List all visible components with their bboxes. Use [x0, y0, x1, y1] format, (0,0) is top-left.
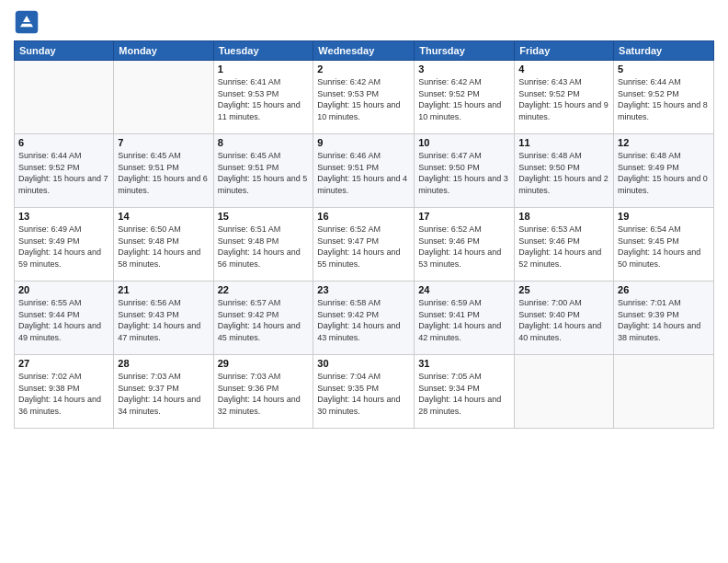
day-info: Sunrise: 6:44 AM Sunset: 9:52 PM Dayligh…	[618, 76, 710, 122]
calendar-cell: 29Sunrise: 7:03 AM Sunset: 9:36 PM Dayli…	[213, 355, 313, 429]
calendar-cell: 13Sunrise: 6:49 AM Sunset: 9:49 PM Dayli…	[15, 208, 114, 282]
day-number: 18	[518, 211, 609, 222]
day-info: Sunrise: 6:55 AM Sunset: 9:44 PM Dayligh…	[18, 297, 109, 343]
day-number: 30	[317, 358, 410, 369]
weekday-header-sunday: Sunday	[15, 41, 114, 61]
weekday-header-tuesday: Tuesday	[213, 41, 313, 61]
weekday-header-saturday: Saturday	[614, 41, 714, 61]
week-row-2: 13Sunrise: 6:49 AM Sunset: 9:49 PM Dayli…	[15, 208, 714, 282]
day-number: 12	[618, 137, 710, 148]
day-number: 10	[418, 137, 510, 148]
day-number: 2	[317, 63, 410, 75]
day-number: 24	[418, 284, 510, 295]
day-info: Sunrise: 7:00 AM Sunset: 9:40 PM Dayligh…	[518, 297, 609, 343]
day-info: Sunrise: 7:04 AM Sunset: 9:35 PM Dayligh…	[317, 371, 410, 417]
calendar-cell: 26Sunrise: 7:01 AM Sunset: 9:39 PM Dayli…	[614, 282, 714, 355]
day-number: 27	[18, 358, 109, 369]
day-info: Sunrise: 6:44 AM Sunset: 9:52 PM Dayligh…	[18, 150, 109, 196]
header	[14, 9, 714, 35]
day-info: Sunrise: 6:51 AM Sunset: 9:48 PM Dayligh…	[218, 224, 310, 270]
calendar-cell: 31Sunrise: 7:05 AM Sunset: 9:34 PM Dayli…	[415, 355, 515, 429]
day-info: Sunrise: 6:42 AM Sunset: 9:52 PM Dayligh…	[418, 76, 510, 122]
weekday-header-thursday: Thursday	[415, 41, 515, 61]
calendar-cell: 30Sunrise: 7:04 AM Sunset: 9:35 PM Dayli…	[313, 355, 415, 429]
day-info: Sunrise: 6:59 AM Sunset: 9:41 PM Dayligh…	[418, 297, 510, 343]
day-number: 13	[18, 211, 109, 222]
day-number: 14	[118, 211, 209, 222]
calendar-cell: 16Sunrise: 6:52 AM Sunset: 9:47 PM Dayli…	[313, 208, 415, 282]
weekday-header-wednesday: Wednesday	[313, 41, 415, 61]
day-number: 5	[618, 63, 710, 75]
day-info: Sunrise: 6:52 AM Sunset: 9:46 PM Dayligh…	[418, 224, 510, 270]
day-info: Sunrise: 6:45 AM Sunset: 9:51 PM Dayligh…	[218, 150, 310, 196]
day-number: 4	[518, 63, 609, 75]
day-info: Sunrise: 6:49 AM Sunset: 9:49 PM Dayligh…	[18, 224, 109, 270]
calendar-cell: 8Sunrise: 6:45 AM Sunset: 9:51 PM Daylig…	[213, 134, 313, 208]
calendar-cell: 1Sunrise: 6:41 AM Sunset: 9:53 PM Daylig…	[213, 61, 313, 134]
calendar-cell: 7Sunrise: 6:45 AM Sunset: 9:51 PM Daylig…	[114, 134, 213, 208]
calendar-cell: 3Sunrise: 6:42 AM Sunset: 9:52 PM Daylig…	[415, 61, 515, 134]
day-info: Sunrise: 6:54 AM Sunset: 9:45 PM Dayligh…	[618, 224, 710, 270]
calendar-cell: 28Sunrise: 7:03 AM Sunset: 9:37 PM Dayli…	[114, 355, 213, 429]
calendar-cell: 19Sunrise: 6:54 AM Sunset: 9:45 PM Dayli…	[614, 208, 714, 282]
day-info: Sunrise: 6:57 AM Sunset: 9:42 PM Dayligh…	[218, 297, 310, 343]
calendar-cell: 21Sunrise: 6:56 AM Sunset: 9:43 PM Dayli…	[114, 282, 213, 355]
day-info: Sunrise: 7:03 AM Sunset: 9:37 PM Dayligh…	[118, 371, 209, 417]
day-number: 15	[218, 211, 310, 222]
day-number: 6	[18, 137, 109, 148]
day-number: 25	[518, 284, 609, 295]
day-number: 1	[218, 63, 310, 75]
day-number: 21	[118, 284, 209, 295]
calendar-cell	[515, 355, 614, 429]
day-info: Sunrise: 7:03 AM Sunset: 9:36 PM Dayligh…	[218, 371, 310, 417]
day-number: 11	[518, 137, 609, 148]
day-number: 26	[618, 284, 710, 295]
calendar-cell: 2Sunrise: 6:42 AM Sunset: 9:53 PM Daylig…	[313, 61, 415, 134]
calendar-cell: 27Sunrise: 7:02 AM Sunset: 9:38 PM Dayli…	[15, 355, 114, 429]
day-number: 20	[18, 284, 109, 295]
day-number: 22	[218, 284, 310, 295]
day-info: Sunrise: 6:45 AM Sunset: 9:51 PM Dayligh…	[118, 150, 209, 196]
day-info: Sunrise: 6:48 AM Sunset: 9:49 PM Dayligh…	[618, 150, 710, 196]
day-number: 19	[618, 211, 710, 222]
calendar-cell: 20Sunrise: 6:55 AM Sunset: 9:44 PM Dayli…	[15, 282, 114, 355]
day-info: Sunrise: 6:52 AM Sunset: 9:47 PM Dayligh…	[317, 224, 410, 270]
day-number: 17	[418, 211, 510, 222]
logo-icon	[14, 9, 40, 35]
calendar-cell: 6Sunrise: 6:44 AM Sunset: 9:52 PM Daylig…	[15, 134, 114, 208]
weekday-header-monday: Monday	[114, 41, 213, 61]
calendar-cell: 24Sunrise: 6:59 AM Sunset: 9:41 PM Dayli…	[415, 282, 515, 355]
calendar-cell: 18Sunrise: 6:53 AM Sunset: 9:46 PM Dayli…	[515, 208, 614, 282]
calendar-cell: 22Sunrise: 6:57 AM Sunset: 9:42 PM Dayli…	[213, 282, 313, 355]
calendar-cell: 14Sunrise: 6:50 AM Sunset: 9:48 PM Dayli…	[114, 208, 213, 282]
day-number: 16	[317, 211, 410, 222]
day-number: 9	[317, 137, 410, 148]
day-number: 29	[218, 358, 310, 369]
day-info: Sunrise: 6:47 AM Sunset: 9:50 PM Dayligh…	[418, 150, 510, 196]
day-info: Sunrise: 6:50 AM Sunset: 9:48 PM Dayligh…	[118, 224, 209, 270]
calendar-cell: 17Sunrise: 6:52 AM Sunset: 9:46 PM Dayli…	[415, 208, 515, 282]
day-number: 3	[418, 63, 510, 75]
day-info: Sunrise: 6:48 AM Sunset: 9:50 PM Dayligh…	[518, 150, 609, 196]
calendar-cell: 5Sunrise: 6:44 AM Sunset: 9:52 PM Daylig…	[614, 61, 714, 134]
day-number: 31	[418, 358, 510, 369]
calendar-cell: 9Sunrise: 6:46 AM Sunset: 9:51 PM Daylig…	[313, 134, 415, 208]
day-info: Sunrise: 6:58 AM Sunset: 9:42 PM Dayligh…	[317, 297, 410, 343]
day-info: Sunrise: 7:01 AM Sunset: 9:39 PM Dayligh…	[618, 297, 710, 343]
svg-rect-2	[22, 22, 32, 24]
weekday-header-row: SundayMondayTuesdayWednesdayThursdayFrid…	[15, 41, 714, 61]
day-info: Sunrise: 7:02 AM Sunset: 9:38 PM Dayligh…	[18, 371, 109, 417]
weekday-header-friday: Friday	[515, 41, 614, 61]
day-number: 23	[317, 284, 410, 295]
day-info: Sunrise: 7:05 AM Sunset: 9:34 PM Dayligh…	[418, 371, 510, 417]
calendar: SundayMondayTuesdayWednesdayThursdayFrid…	[14, 40, 714, 429]
calendar-cell: 4Sunrise: 6:43 AM Sunset: 9:52 PM Daylig…	[515, 61, 614, 134]
calendar-cell: 11Sunrise: 6:48 AM Sunset: 9:50 PM Dayli…	[515, 134, 614, 208]
day-info: Sunrise: 6:42 AM Sunset: 9:53 PM Dayligh…	[317, 76, 410, 122]
calendar-cell: 12Sunrise: 6:48 AM Sunset: 9:49 PM Dayli…	[614, 134, 714, 208]
calendar-cell: 23Sunrise: 6:58 AM Sunset: 9:42 PM Dayli…	[313, 282, 415, 355]
day-number: 8	[218, 137, 310, 148]
calendar-cell: 25Sunrise: 7:00 AM Sunset: 9:40 PM Dayli…	[515, 282, 614, 355]
week-row-3: 20Sunrise: 6:55 AM Sunset: 9:44 PM Dayli…	[15, 282, 714, 355]
day-info: Sunrise: 6:46 AM Sunset: 9:51 PM Dayligh…	[317, 150, 410, 196]
